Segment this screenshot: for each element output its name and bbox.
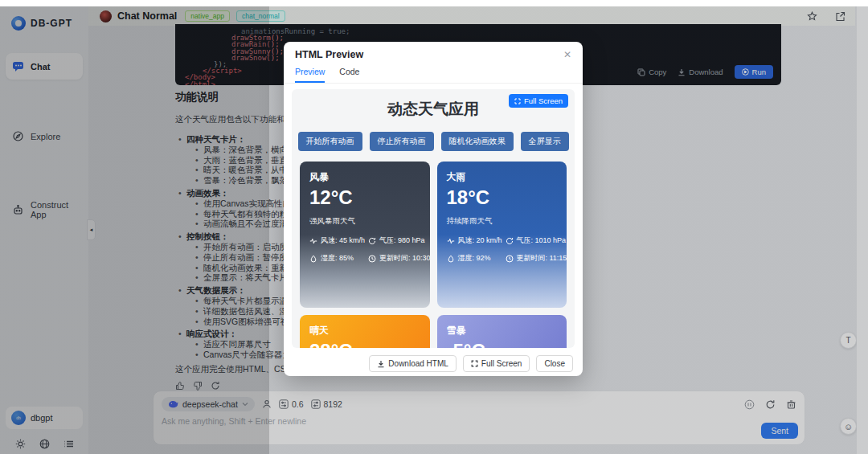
html-preview-modal: HTML Preview ✕ Preview Code Full Screen … <box>284 42 583 376</box>
pressure-detail: 气压: 980 hPa <box>368 235 429 246</box>
stop-animations-button[interactable]: 停止所有动画 <box>370 132 434 151</box>
wind-icon <box>309 237 317 245</box>
tab-code[interactable]: Code <box>339 67 359 83</box>
temperature: 18°C <box>447 186 558 209</box>
weather-card-sunny: 晴天 28°C 晴朗无云天气 <box>300 315 430 348</box>
app-window: DB-GPT Chat Explore <box>0 0 868 454</box>
weather-cards-grid: 风暴 12°C 强风暴雨天气 风速: 45 km/h 气压: 980 hPa 湿… <box>300 162 567 348</box>
modal-title: HTML Preview <box>295 49 363 60</box>
humidity-detail: 湿度: 92% <box>447 253 502 264</box>
weather-card-snowstorm: 雪暴 -5°C 大雪暴风天气 <box>437 315 567 348</box>
wind-icon <box>447 237 455 245</box>
updated-detail: 更新时间: 10:30 <box>368 253 429 264</box>
wind-detail: 风速: 20 km/h <box>447 235 502 246</box>
temperature: 12°C <box>309 186 420 209</box>
download-html-button[interactable]: Download HTML <box>369 355 456 372</box>
browser-chrome-strip <box>0 0 868 6</box>
fullscreen-icon <box>471 360 478 367</box>
temperature: -5°C <box>447 340 558 348</box>
clock-icon <box>368 255 376 263</box>
pressure-detail: 气压: 1010 hPa <box>506 235 567 246</box>
temperature: 28°C <box>309 340 420 348</box>
weather-controls: 开始所有动画 停止所有动画 随机化动画效果 全屏显示 <box>292 132 575 151</box>
pressure-icon <box>506 237 514 245</box>
fullscreen-badge-button[interactable]: Full Screen <box>509 94 568 108</box>
close-icon[interactable]: ✕ <box>563 49 571 60</box>
humidity-detail: 湿度: 85% <box>309 253 365 264</box>
preview-pane: Full Screen 动态天气应用 开始所有动画 停止所有动画 随机化动画效果… <box>292 89 575 348</box>
updated-detail: 更新时间: 11:15 <box>506 253 567 264</box>
download-icon <box>377 360 385 368</box>
pressure-icon <box>368 237 376 245</box>
modal-close-button[interactable]: Close <box>536 355 573 372</box>
modal-footer: Download HTML Full Screen Close <box>284 348 583 379</box>
wind-detail: 风速: 45 km/h <box>309 235 365 246</box>
randomize-animations-button[interactable]: 随机化动画效果 <box>441 132 514 151</box>
humidity-icon <box>309 255 317 263</box>
modal-tabs: Preview Code <box>284 63 583 84</box>
humidity-icon <box>447 255 455 263</box>
fullscreen-icon <box>514 98 521 104</box>
start-animations-button[interactable]: 开始所有动画 <box>298 132 362 151</box>
weather-card-storm: 风暴 12°C 强风暴雨天气 风速: 45 km/h 气压: 980 hPa 湿… <box>300 162 430 308</box>
modal-fullscreen-button[interactable]: Full Screen <box>463 355 530 372</box>
fullscreen-display-button[interactable]: 全屏显示 <box>521 132 569 151</box>
weather-card-rain: 大雨 18°C 持续降雨天气 风速: 20 km/h 气压: 1010 hPa … <box>437 162 567 308</box>
clock-icon <box>506 255 514 263</box>
tab-preview[interactable]: Preview <box>295 67 325 83</box>
